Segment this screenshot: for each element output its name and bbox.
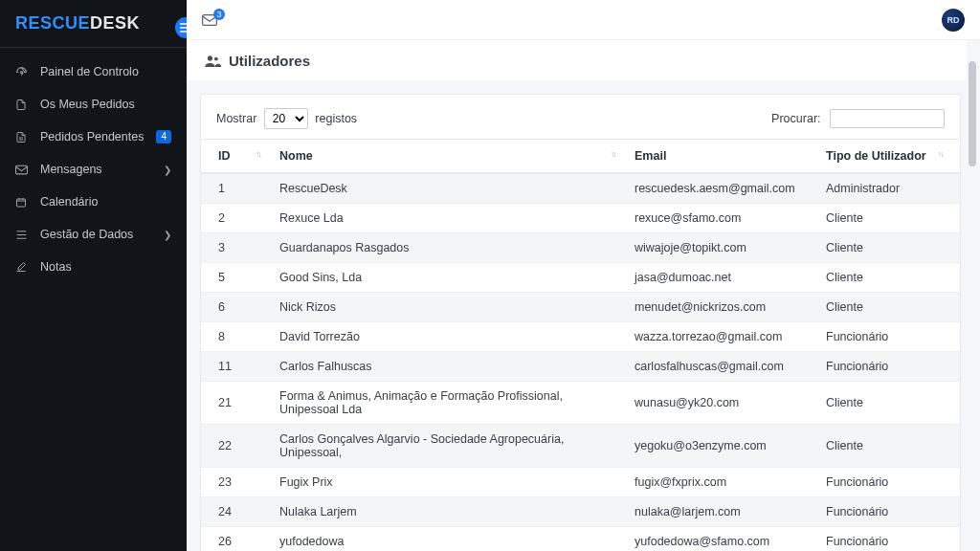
table-row[interactable]: 2Rexuce Ldarexuce@sfamo.comCliente: [201, 204, 960, 233]
col-header-email[interactable]: Email: [625, 140, 816, 174]
cell-nome: Carlos Falhuscas: [270, 352, 625, 382]
table-row[interactable]: 26yufodedowayufodedowa@sfamo.comFuncioná…: [201, 527, 960, 552]
cell-tipo: Administrador: [816, 173, 960, 204]
cell-nome: Nulaka Larjem: [270, 497, 625, 527]
cell-tipo: Cliente: [816, 263, 960, 293]
cell-nome: Forma & Animus, Animação e Formação Prof…: [270, 382, 625, 425]
cell-id: 21: [201, 382, 270, 425]
table-row[interactable]: 1RescueDeskrescuedesk.aesm@gmail.comAdmi…: [201, 173, 960, 204]
svg-rect-1: [17, 199, 26, 207]
cell-nome: Fugix Prix: [270, 468, 625, 497]
page-header: Utilizadores: [187, 40, 967, 80]
envelope-icon: [15, 165, 40, 175]
table-row[interactable]: 24Nulaka Larjemnulaka@larjem.comFuncioná…: [201, 497, 960, 527]
topbar-left: 3: [202, 14, 217, 26]
users-icon: [204, 54, 221, 68]
cell-id: 26: [201, 527, 270, 552]
cell-email: fugix@fxprix.com: [625, 468, 816, 497]
table-row[interactable]: 11Carlos Falhuscascarlosfalhuscas@gmail.…: [201, 352, 960, 382]
sidebar-item-label: Pedidos Pendentes: [40, 130, 156, 143]
gauge-icon: [15, 66, 40, 78]
sidebar-item-data-management[interactable]: Gestão de Dados ❯: [0, 218, 187, 251]
cell-email: yegoku@o3enzyme.com: [625, 425, 816, 468]
avatar[interactable]: RD: [942, 9, 965, 32]
sidebar-item-my-requests[interactable]: Os Meus Pedidos: [0, 88, 187, 121]
cell-email: rexuce@sfamo.com: [625, 204, 816, 233]
sidebar-item-label: Mensagens: [40, 163, 164, 176]
scrollbar[interactable]: [969, 42, 978, 547]
cell-tipo: Funcionário: [816, 468, 960, 497]
messages-button[interactable]: 3: [202, 14, 217, 26]
col-header-nome[interactable]: Nome↑↓: [270, 140, 625, 174]
col-header-tipo[interactable]: Tipo de Utilizador↑↓: [816, 140, 960, 174]
file-lines-icon: [15, 131, 40, 143]
sort-icon: ↑↓: [611, 149, 615, 159]
brand-part-a: RESCUE: [15, 13, 90, 33]
pending-count-badge: 4: [156, 130, 171, 143]
cell-tipo: Funcionário: [816, 497, 960, 527]
svg-rect-0: [16, 165, 28, 174]
page-size-control: Mostrar 20 registos: [216, 108, 357, 129]
cell-nome: Guardanapos Rasgados: [270, 233, 625, 263]
cell-nome: Carlos Gonçalves Algarvio - Sociedade Ag…: [270, 425, 625, 468]
cell-id: 6: [201, 293, 270, 322]
brand-part-b: DESK: [90, 13, 140, 33]
sidebar-item-calendar[interactable]: Calendário: [0, 186, 187, 218]
sidebar: RESCUEDESK Painel de Controlo Os Meus Pe…: [0, 0, 187, 551]
users-table: ID↑↓ Nome↑↓ Email Tipo de Utilizador↑↓ 1…: [201, 139, 960, 551]
scroll-thumb[interactable]: [969, 61, 976, 166]
cell-email: wazza.torrezao@gmail.com: [625, 322, 816, 352]
cell-id: 2: [201, 204, 270, 233]
list-icon: [15, 230, 40, 240]
brand: RESCUEDESK: [0, 10, 187, 48]
cell-id: 1: [201, 173, 270, 204]
cell-email: yufodedowa@sfamo.com: [625, 527, 816, 552]
table-row[interactable]: 6Nick Rizosmenudet@nickrizos.comCliente: [201, 293, 960, 322]
cell-email: carlosfalhuscas@gmail.com: [625, 352, 816, 382]
cell-nome: yufodedowa: [270, 527, 625, 552]
search-input[interactable]: [830, 109, 945, 128]
cell-id: 8: [201, 322, 270, 352]
cell-nome: Good Sins, Lda: [270, 263, 625, 293]
search-label: Procurar:: [771, 112, 820, 125]
cell-id: 23: [201, 468, 270, 497]
cell-tipo: Cliente: [816, 233, 960, 263]
cell-nome: Nick Rizos: [270, 293, 625, 322]
page-size-select[interactable]: 20: [264, 108, 308, 129]
table-row[interactable]: 21Forma & Animus, Animação e Formação Pr…: [201, 382, 960, 425]
sidebar-item-label: Calendário: [40, 195, 171, 209]
table-controls: Mostrar 20 registos Procurar:: [201, 95, 960, 139]
cell-id: 5: [201, 263, 270, 293]
sidebar-item-messages[interactable]: Mensagens ❯: [0, 153, 187, 186]
col-header-id[interactable]: ID↑↓: [201, 140, 270, 174]
sidebar-item-dashboard[interactable]: Painel de Controlo: [0, 55, 187, 88]
show-label-suffix: registos: [315, 112, 357, 125]
table-row[interactable]: 3Guardanapos Rasgadoswiwajoje@topikt.com…: [201, 233, 960, 263]
cell-email: nulaka@larjem.com: [625, 497, 816, 527]
cell-nome: RescueDesk: [270, 173, 625, 204]
svg-point-3: [208, 55, 212, 60]
search-control: Procurar:: [771, 109, 945, 128]
sidebar-item-label: Gestão de Dados: [40, 228, 164, 241]
table-row[interactable]: 22Carlos Gonçalves Algarvio - Sociedade …: [201, 425, 960, 468]
topbar: 3 RD: [187, 0, 980, 40]
avatar-initials: RD: [947, 15, 960, 25]
sort-icon: ↑↓: [256, 149, 260, 159]
show-label-prefix: Mostrar: [216, 112, 256, 125]
cell-email: wiwajoje@topikt.com: [625, 233, 816, 263]
table-row[interactable]: 23Fugix Prixfugix@fxprix.comFuncionário: [201, 468, 960, 497]
table-row[interactable]: 8David Torrezãowazza.torrezao@gmail.comF…: [201, 322, 960, 352]
table-row[interactable]: 5Good Sins, Ldajasa@dumoac.netCliente: [201, 263, 960, 293]
cell-tipo: Cliente: [816, 382, 960, 425]
sort-icon: ↑↓: [938, 149, 943, 159]
chevron-right-icon: ❯: [164, 230, 171, 240]
cell-tipo: Funcionário: [816, 352, 960, 382]
sidebar-item-label: Painel de Controlo: [40, 65, 171, 78]
sidebar-item-pending-requests[interactable]: Pedidos Pendentes 4: [0, 121, 187, 153]
file-icon: [15, 99, 40, 111]
chevron-right-icon: ❯: [164, 165, 171, 175]
cell-nome: David Torrezão: [270, 322, 625, 352]
sidebar-item-notes[interactable]: Notas: [0, 251, 187, 283]
content-area: Mostrar 20 registos Procurar: ID↑↓ Nome↑…: [187, 94, 967, 551]
cell-email: rescuedesk.aesm@gmail.com: [625, 173, 816, 204]
